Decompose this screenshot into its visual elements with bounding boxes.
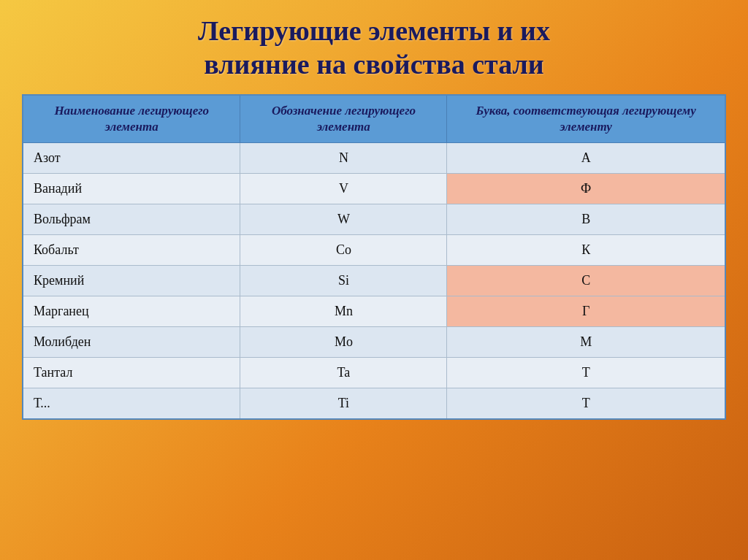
cell-letter: Ф	[447, 174, 725, 204]
table-row: Т...TiТ	[23, 388, 725, 420]
cell-symbol: Ta	[240, 358, 447, 388]
cell-letter: Т	[447, 388, 725, 420]
table-row: ВольфрамWВ	[23, 204, 725, 235]
cell-letter: Т	[447, 358, 725, 388]
cell-name: Вольфрам	[23, 204, 240, 235]
table-row: МарганецMnГ	[23, 296, 725, 327]
cell-name: Марганец	[23, 296, 240, 327]
cell-letter: В	[447, 204, 725, 235]
elements-table: Наименование легирующего элемента Обозна…	[22, 94, 726, 420]
cell-name: Азот	[23, 143, 240, 174]
cell-letter: Г	[447, 296, 725, 327]
table-row: КобальтCoК	[23, 235, 725, 266]
content-wrapper: Легирующие элементы и их влияние на свой…	[0, 0, 748, 427]
cell-symbol: W	[240, 204, 447, 235]
table-row: КремнийSiС	[23, 266, 725, 296]
cell-name: Тантал	[23, 358, 240, 388]
cell-name: Кремний	[23, 266, 240, 296]
col-header-letter: Буква, соответствующая легирующему элеме…	[447, 95, 725, 143]
table-row: АзотNА	[23, 143, 725, 174]
cell-symbol: N	[240, 143, 447, 174]
table-header-row: Наименование легирующего элемента Обозна…	[23, 95, 725, 143]
col-header-symbol: Обозначение легирующего элемента	[240, 95, 447, 143]
cell-symbol: V	[240, 174, 447, 204]
cell-symbol: Ti	[240, 388, 447, 420]
cell-name: Молибден	[23, 327, 240, 358]
col-header-name: Наименование легирующего элемента	[23, 95, 240, 143]
cell-symbol: Mn	[240, 296, 447, 327]
cell-letter: М	[447, 327, 725, 358]
cell-name: Т...	[23, 388, 240, 420]
cell-symbol: Si	[240, 266, 447, 296]
cell-name: Кобальт	[23, 235, 240, 266]
cell-letter: А	[447, 143, 725, 174]
cell-symbol: Co	[240, 235, 447, 266]
page-title: Легирующие элементы и их влияние на свой…	[22, 15, 726, 81]
table-row: ВанадийVФ	[23, 174, 725, 204]
cell-symbol: Mo	[240, 327, 447, 358]
cell-letter: С	[447, 266, 725, 296]
cell-letter: К	[447, 235, 725, 266]
cell-name: Ванадий	[23, 174, 240, 204]
table-row: ТанталTaТ	[23, 358, 725, 388]
table-row: МолибденMoМ	[23, 327, 725, 358]
